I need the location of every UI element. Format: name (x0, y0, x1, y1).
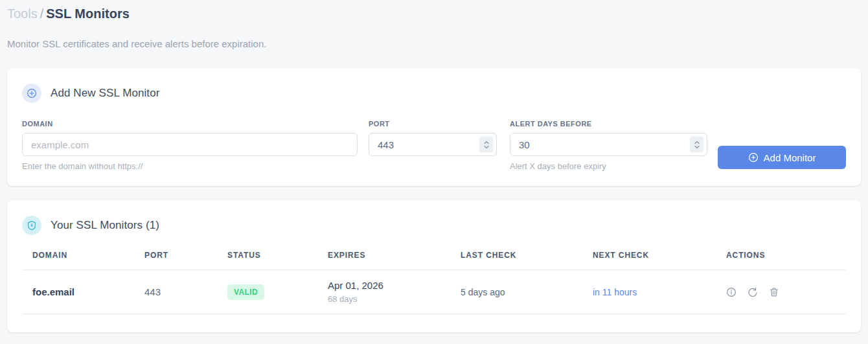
add-monitor-card: Add New SSL Monitor DOMAIN Enter the dom… (7, 68, 861, 186)
plus-circle-icon (22, 84, 41, 103)
refresh-icon (748, 287, 758, 297)
add-monitor-button[interactable]: Add Monitor (718, 146, 846, 169)
monitors-card: Your SSL Monitors (1) DOMAIN PORT STATUS… (7, 200, 861, 332)
chevron-down-icon (694, 145, 700, 148)
shield-icon (22, 216, 41, 235)
port-field-group: PORT (369, 120, 497, 156)
plus-circle-icon (748, 152, 759, 163)
monitors-card-header: Your SSL Monitors (1) (22, 216, 846, 235)
col-header-status: STATUS (217, 251, 317, 260)
monitor-expires-cell: Apr 01, 2026 68 days (317, 280, 450, 304)
chevron-down-icon (484, 145, 489, 148)
table-header-row: DOMAIN PORT STATUS EXPIRES LAST CHECK NE… (22, 251, 846, 270)
alert-days-label: ALERT DAYS BEFORE (510, 120, 707, 128)
monitors-card-title: Your SSL Monitors (1) (51, 219, 159, 232)
add-card-header: Add New SSL Monitor (22, 84, 846, 103)
breadcrumb: Tools/SSL Monitors (7, 5, 861, 22)
status-badge: VALID (227, 284, 264, 300)
col-header-next-check: NEXT CHECK (582, 251, 716, 260)
monitor-status-cell: VALID (217, 284, 317, 300)
ssl-monitors-page: Tools/SSL Monitors Monitor SSL certifica… (0, 0, 868, 339)
domain-input[interactable] (22, 133, 358, 156)
refresh-button[interactable] (748, 287, 758, 297)
breadcrumb-tools[interactable]: Tools (7, 6, 38, 21)
domain-label: DOMAIN (22, 120, 358, 128)
monitor-next-check[interactable]: in 11 hours (582, 287, 716, 297)
alert-days-helper: Alert X days before expiry (510, 161, 707, 171)
col-header-last-check: LAST CHECK (450, 251, 582, 260)
col-header-port: PORT (134, 251, 217, 260)
col-header-actions: ACTIONS (716, 251, 846, 260)
info-button[interactable] (726, 287, 737, 297)
port-input[interactable] (369, 133, 497, 156)
port-label: PORT (369, 120, 497, 128)
trash-icon (769, 287, 779, 297)
chevron-up-icon (484, 141, 489, 144)
expires-days-remaining: 68 days (328, 294, 450, 304)
monitor-domain: foe.email (22, 286, 134, 297)
port-stepper[interactable] (479, 137, 493, 153)
monitor-actions (716, 287, 846, 297)
domain-helper: Enter the domain without https:// (22, 161, 358, 171)
col-header-expires: EXPIRES (317, 251, 450, 260)
table-row: foe.email 443 VALID Apr 01, 2026 68 days… (22, 270, 846, 314)
alert-days-field-group: ALERT DAYS BEFORE Alert X days before ex… (510, 120, 707, 171)
delete-button[interactable] (769, 287, 779, 297)
chevron-up-icon (694, 141, 700, 144)
monitors-table: DOMAIN PORT STATUS EXPIRES LAST CHECK NE… (22, 251, 846, 314)
breadcrumb-separator: / (40, 6, 44, 21)
add-monitor-form: DOMAIN Enter the domain without https://… (22, 120, 846, 171)
alert-days-stepper[interactable] (690, 137, 703, 153)
domain-field-group: DOMAIN Enter the domain without https:// (22, 120, 358, 171)
info-icon (726, 287, 737, 297)
page-subtitle: Monitor SSL certificates and receive ale… (7, 38, 861, 49)
monitor-port: 443 (134, 286, 217, 297)
expires-date: Apr 01, 2026 (328, 280, 450, 291)
monitor-last-check: 5 days ago (450, 287, 582, 297)
col-header-domain: DOMAIN (22, 251, 134, 260)
add-card-title: Add New SSL Monitor (51, 87, 160, 100)
add-monitor-button-label: Add Monitor (764, 152, 816, 163)
alert-days-input[interactable] (510, 133, 707, 156)
page-title: SSL Monitors (46, 6, 130, 21)
